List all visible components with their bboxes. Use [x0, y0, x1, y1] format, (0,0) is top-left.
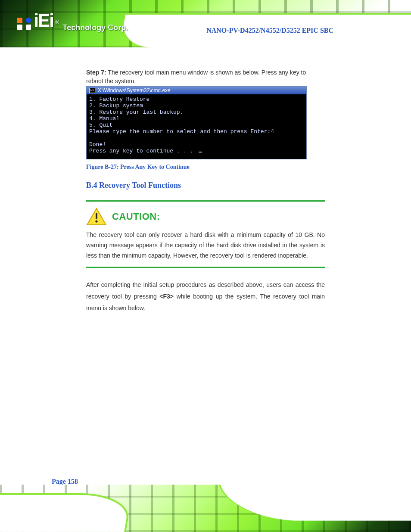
figure-caption: Figure B-27: Press Any Key to Continue: [86, 164, 325, 171]
svg-rect-3: [26, 25, 31, 30]
cmd-window: X:\Windows\System32\cmd.exe 1. Factory R…: [86, 86, 307, 159]
cmd-line: Press any key to continue . . .: [89, 148, 197, 154]
logo-mark-icon: [17, 18, 32, 32]
footer-swoosh-left: [0, 493, 133, 532]
brand-tagline: Technology Corp.: [63, 23, 128, 32]
step-7-text-b: reboot the system.: [86, 78, 136, 84]
caution-header: CAUTION:: [86, 205, 325, 230]
cmd-body: 1. Factory Restore 2. Backup system 3. R…: [87, 94, 306, 159]
document-title: NANO-PV-D4252/N4552/D5252 EPIC SBC: [206, 27, 333, 34]
footer-swoosh-right: [218, 485, 411, 521]
brand-logo: iEi ® Technology Corp.: [17, 10, 128, 32]
cmd-line: 3. Restore your last backup.: [89, 109, 183, 115]
logo-text: iEi: [34, 10, 53, 31]
cursor-icon: [199, 152, 202, 152]
footer-banner: [0, 485, 411, 532]
registered-mark: ®: [55, 19, 59, 25]
step-7-line-b: reboot the system.: [86, 78, 325, 84]
step-7-text-a: The recovery tool main menu window is sh…: [108, 69, 306, 76]
svg-rect-1: [26, 18, 31, 23]
svg-point-6: [95, 220, 97, 222]
cmd-line: Done!: [89, 141, 106, 148]
cmd-line: 4. Manual: [89, 115, 119, 122]
caution-block: CAUTION: The recovery tool can only reco…: [86, 202, 325, 267]
cmd-line: Please type the number to select and the…: [89, 128, 274, 135]
cmd-titlebar: X:\Windows\System32\cmd.exe: [87, 87, 306, 94]
cmd-line: 5. Quit: [89, 122, 113, 128]
caution-label: CAUTION:: [112, 211, 160, 222]
cmd-icon: [89, 88, 95, 93]
cmd-line: 2. Backup system: [89, 103, 143, 109]
svg-rect-2: [17, 25, 22, 30]
cmd-title-text: X:\Windows\System32\cmd.exe: [98, 87, 171, 93]
page-content: Step 7: The recovery tool main menu wind…: [0, 47, 411, 485]
svg-rect-5: [96, 213, 97, 219]
svg-rect-0: [17, 18, 22, 23]
warning-icon: [86, 208, 107, 226]
header-banner: iEi ® Technology Corp.: [0, 0, 411, 47]
step-7-line: Step 7: The recovery tool main menu wind…: [86, 69, 325, 76]
section-heading: B.4 Recovery Tool Functions: [86, 181, 325, 190]
body-paragraph: After completing the initial setup proce…: [86, 279, 325, 314]
step-7-label: Step 7:: [86, 69, 106, 76]
cmd-line: 1. Factory Restore: [89, 96, 149, 103]
key-combo: <F3>: [159, 293, 174, 300]
divider: [86, 267, 325, 268]
caution-text: The recovery tool can only recover a har…: [86, 230, 325, 263]
